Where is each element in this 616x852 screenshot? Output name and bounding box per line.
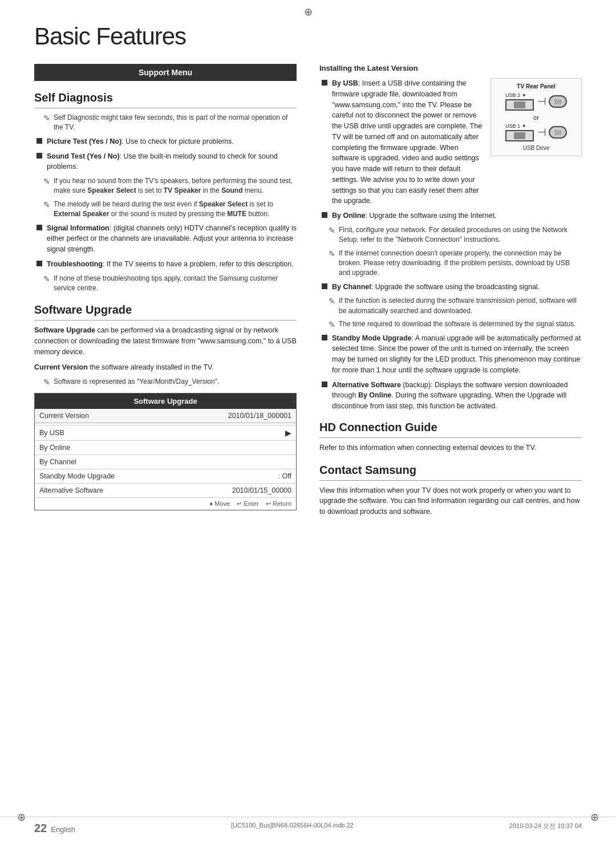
- content-columns: Support Menu Self Diagnosis ✎ Self Diagn…: [34, 64, 582, 528]
- pencil-icon: ✎: [43, 113, 50, 123]
- contact-samsung-text: View this information when your TV does …: [319, 485, 582, 517]
- table-row[interactable]: Alternative Software 2010/01/15_00000: [35, 484, 296, 497]
- alternative-software-label: Alternative Software: [39, 486, 232, 494]
- usb-diagram: TV Rear Panel USB 2 ✦ ⊣ )))) or: [491, 78, 582, 156]
- sound-note-1-text: If you hear no sound from the TV's speak…: [54, 176, 297, 196]
- hd-connection-heading: HD Connection Guide: [319, 421, 582, 438]
- by-channel-bullet: By Channel: Upgrade the software using t…: [319, 282, 582, 293]
- page-number: 22: [34, 822, 47, 834]
- tv-rear-panel-label: TV Rear Panel: [496, 83, 577, 90]
- standby-upgrade-text: Standby Mode Upgrade: A manual upgrade w…: [332, 333, 582, 376]
- current-version-note: Current Version the software already ins…: [34, 362, 297, 373]
- picture-test-label: Picture Test (Yes / No): [47, 137, 121, 145]
- online-note-1: ✎ First, configure your network. For det…: [319, 225, 582, 245]
- sound-note-1: ✎ If you hear no sound from the TV's spe…: [34, 176, 297, 196]
- channel-note-2-text: The time required to download the softwa…: [339, 319, 582, 329]
- troubleshooting-note: ✎ If none of these troubleshooting tips …: [34, 274, 297, 294]
- standby-mode-value: : Off: [278, 472, 291, 480]
- pencil-icon: ✎: [43, 274, 50, 283]
- bullet-icon: [37, 225, 42, 230]
- bullet-icon: [37, 153, 42, 159]
- pencil-icon: ✎: [43, 378, 50, 387]
- pencil-icon: ✎: [329, 320, 335, 329]
- page-number-area: 22 English: [34, 822, 75, 835]
- alternative-software-bullet: Alternative Software (backup): Displays …: [319, 380, 582, 412]
- online-note-1-text: First, configure your network. For detai…: [339, 225, 582, 245]
- by-channel-bold: By Channel: [332, 283, 371, 291]
- troubleshooting-note-text: If none of these troubleshooting tips ap…: [54, 274, 297, 294]
- self-diagnosis-intro-text: Self Diagnostic might take few seconds, …: [54, 113, 297, 133]
- self-diagnosis-heading: Self Diagnosis: [34, 91, 297, 108]
- troubleshooting-bullet: Troubleshooting: If the TV seems to have…: [34, 259, 297, 270]
- version-format-note: ✎ Software is represented as "Year/Month…: [34, 377, 297, 387]
- by-channel-label: By Channel: [39, 458, 291, 466]
- pencil-icon: ✎: [329, 297, 335, 306]
- standby-upgrade-bold: Standby Mode Upgrade: [332, 334, 412, 342]
- usb-port-row-2: USB 1 ✦ ⊣ )))): [496, 123, 577, 141]
- right-column: Installing the Latest Version TV Rear Pa…: [319, 64, 582, 528]
- alternative-software-text: Alternative Software (backup): Displays …: [332, 380, 582, 412]
- pencil-icon: ✎: [329, 226, 335, 235]
- sound-note-2: ✎ The melody will be heard during the te…: [34, 200, 297, 220]
- table-row[interactable]: By Channel: [35, 455, 296, 469]
- usb-drive-label: USB Drive: [496, 145, 577, 151]
- usb-port-row-1: USB 2 ✦ ⊣ )))): [496, 92, 577, 111]
- sw-footer-text: ♦ Move ↵ Enter ↩ Return: [210, 500, 291, 507]
- standby-mode-label: Standby Mode Upgrade: [39, 472, 278, 480]
- software-upgrade-table: Software Upgrade Current Version 2010/01…: [34, 393, 297, 510]
- installing-section: Installing the Latest Version TV Rear Pa…: [319, 64, 582, 412]
- current-version-label: Current Version: [34, 363, 88, 371]
- by-online-label: By Online: [39, 444, 291, 452]
- page-language: English: [51, 825, 75, 834]
- sw-upgrade-bold: Software Upgrade: [34, 326, 95, 334]
- current-version-row-label: Current Version: [39, 412, 228, 420]
- table-row: Current Version 2010/01/18_000001: [35, 409, 296, 423]
- channel-note-2: ✎ The time required to download the soft…: [319, 319, 582, 329]
- online-note-2-text: If the internet connection doesn't opera…: [339, 249, 582, 278]
- by-usb-text: By USB: Insert a USB drive containing th…: [332, 78, 485, 206]
- sw-table-header: Software Upgrade: [35, 393, 296, 409]
- self-diagnosis-intro-note: ✎ Self Diagnostic might take few seconds…: [34, 113, 297, 133]
- by-online-bullet: By Online: Upgrade the software using th…: [319, 210, 582, 221]
- troubleshooting-text: Troubleshooting: If the TV seems to have…: [47, 259, 297, 270]
- by-usb-bold: By USB: [332, 79, 358, 87]
- online-note-2: ✎ If the internet connection doesn't ope…: [319, 249, 582, 278]
- picture-test-text: Picture Test (Yes / No): Use to check fo…: [47, 136, 297, 147]
- footer-right: 2010-03-24 오전 10:37 04: [509, 822, 582, 835]
- hd-connection-text: Refer to this information when connectin…: [319, 443, 582, 453]
- picture-test-desc: : Use to check for picture problems.: [121, 137, 234, 145]
- picture-test-bullet: Picture Test (Yes / No): Use to check fo…: [34, 136, 297, 147]
- standby-upgrade-bullet: Standby Mode Upgrade: A manual upgrade w…: [319, 333, 582, 376]
- table-row[interactable]: By Online: [35, 441, 296, 455]
- current-version-row-value: 2010/01/18_000001: [228, 412, 291, 420]
- by-online-bold: By Online: [332, 212, 365, 220]
- signal-info-label: Signal Information: [47, 224, 110, 232]
- support-menu-header: Support Menu: [34, 64, 297, 81]
- footer-left: [UC5100_Bus]BN68-02656H-00L04.indb 22: [231, 822, 354, 835]
- installing-heading: Installing the Latest Version: [319, 64, 582, 72]
- bullet-icon: [37, 138, 42, 144]
- pencil-icon: ✎: [43, 200, 50, 209]
- by-usb-label: By USB: [39, 429, 285, 437]
- page-title: Basic Features: [34, 23, 582, 50]
- bullet-icon: [322, 382, 327, 387]
- signal-info-text: Signal Information: (digital channels on…: [47, 223, 297, 255]
- sound-test-bullet: Sound Test (Yes / No): Use the built-in …: [34, 151, 297, 173]
- sound-test-label: Sound Test (Yes / No): [47, 152, 120, 160]
- page: ⊕ Basic Features Support Menu Self Diagn…: [0, 0, 616, 852]
- arrow-icon: ▶: [285, 428, 291, 437]
- table-row[interactable]: Standby Mode Upgrade : Off: [35, 469, 296, 484]
- software-upgrade-intro: Software Upgrade can be performed via a …: [34, 325, 297, 357]
- alternative-software-value: 2010/01/15_00000: [232, 486, 291, 494]
- software-upgrade-heading: Software Upgrade: [34, 303, 297, 320]
- bullet-icon: [37, 261, 42, 266]
- signal-info-bullet: Signal Information: (digital channels on…: [34, 223, 297, 255]
- top-compass-icon: ⊕: [304, 6, 313, 18]
- table-row[interactable]: By USB ▶: [35, 425, 296, 441]
- channel-note-1: ✎ If the function is selected during the…: [319, 296, 582, 316]
- pencil-icon: ✎: [43, 177, 50, 186]
- version-format-text: Software is represented as "Year/Month/D…: [54, 377, 297, 387]
- current-version-text: the software already installed in the TV…: [88, 363, 214, 371]
- channel-note-1-text: If the function is selected during the s…: [339, 296, 582, 316]
- by-online-text: By Online: Upgrade the software using th…: [332, 210, 582, 221]
